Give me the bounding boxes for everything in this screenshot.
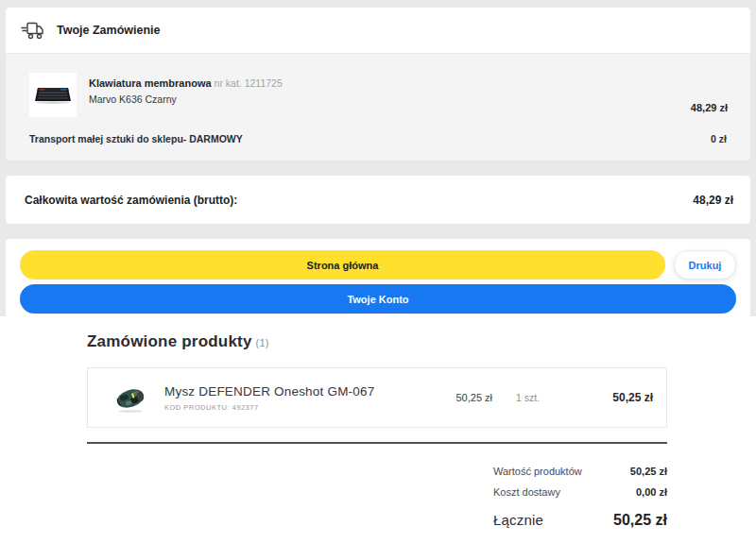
shipping-row: Transport małej sztuki do sklepu- DARMOW… bbox=[6, 133, 750, 144]
order-item-catalog-number: nr kat. 1211725 bbox=[215, 77, 283, 89]
order-item-variant: Marvo K636 Czarny bbox=[89, 93, 283, 105]
summary-delivery-value: 0,00 zł bbox=[636, 486, 667, 498]
summary-total-value: 50,25 zł bbox=[613, 512, 667, 529]
delivery-truck-icon bbox=[21, 20, 45, 41]
ordered-products-heading: Zamówione produkty(1) bbox=[87, 332, 667, 351]
summary-products-value: 50,25 zł bbox=[630, 466, 667, 477]
ordered-products-count: (1) bbox=[256, 337, 269, 348]
mouse-product-image bbox=[112, 382, 148, 414]
ordered-products-panel: Zamówione produkty(1) Mysz DEFENDER Ones… bbox=[0, 316, 756, 529]
summary-products-row: Wartość produktów 50,25 zł bbox=[493, 466, 667, 477]
order-total-label: Całkowita wartość zamówienia (brutto): bbox=[25, 194, 237, 207]
order-confirmation-panel: Twoje Zamówienie Klawiatura membranowanr… bbox=[0, 0, 756, 316]
ordered-product-total: 50,25 zł bbox=[563, 391, 653, 404]
order-summary: Wartość produktów 50,25 zł Koszt dostawy… bbox=[493, 466, 667, 529]
ordered-products-title: Zamówione produkty bbox=[87, 332, 252, 350]
summary-total-label: Łącznie bbox=[493, 512, 543, 528]
ordered-product-row: Mysz DEFENDER Oneshot GM-067 KOD PRODUKT… bbox=[87, 367, 667, 428]
ordered-product-unit-price: 50,25 zł bbox=[412, 392, 492, 403]
order-total-value: 48,29 zł bbox=[693, 194, 733, 207]
home-button[interactable]: Strona główna bbox=[20, 250, 665, 280]
order-header: Twoje Zamówienie bbox=[6, 8, 750, 53]
ordered-product-info: Mysz DEFENDER Oneshot GM-067 KOD PRODUKT… bbox=[164, 384, 412, 412]
order-panel-title: Twoje Zamówienie bbox=[57, 24, 161, 37]
order-item-info: Klawiatura membranowanr kat. 1211725 Mar… bbox=[89, 73, 283, 117]
summary-divider bbox=[87, 442, 667, 444]
order-total-bar: Całkowita wartość zamówienia (brutto): 4… bbox=[6, 176, 750, 224]
ordered-product-name[interactable]: Mysz DEFENDER Oneshot GM-067 bbox=[164, 384, 412, 399]
order-item-name[interactable]: Klawiatura membranowa bbox=[89, 77, 212, 89]
keyboard-product-image bbox=[29, 73, 77, 117]
ordered-product-code: KOD PRODUKTU: 492377 bbox=[164, 403, 412, 412]
order-items-strip: Klawiatura membranowanr kat. 1211725 Mar… bbox=[6, 54, 750, 161]
shipping-price: 0 zł bbox=[711, 133, 727, 144]
your-account-button[interactable]: Twoje Konto bbox=[20, 284, 736, 314]
ordered-product-quantity: 1 szt. bbox=[492, 392, 563, 403]
summary-delivery-row: Koszt dostawy 0,00 zł bbox=[493, 486, 667, 498]
summary-total-row: Łącznie 50,25 zł bbox=[493, 512, 667, 529]
order-actions-bar: Strona główna Drukuj Twoje Konto bbox=[6, 239, 750, 323]
order-item-row: Klawiatura membranowanr kat. 1211725 Mar… bbox=[6, 73, 750, 117]
print-button[interactable]: Drukuj bbox=[674, 250, 736, 280]
order-item-price: 48,29 zł bbox=[691, 102, 728, 113]
summary-products-label: Wartość produktów bbox=[493, 466, 582, 477]
summary-delivery-label: Koszt dostawy bbox=[493, 486, 560, 498]
shipping-label: Transport małej sztuki do sklepu- DARMOW… bbox=[29, 133, 243, 144]
